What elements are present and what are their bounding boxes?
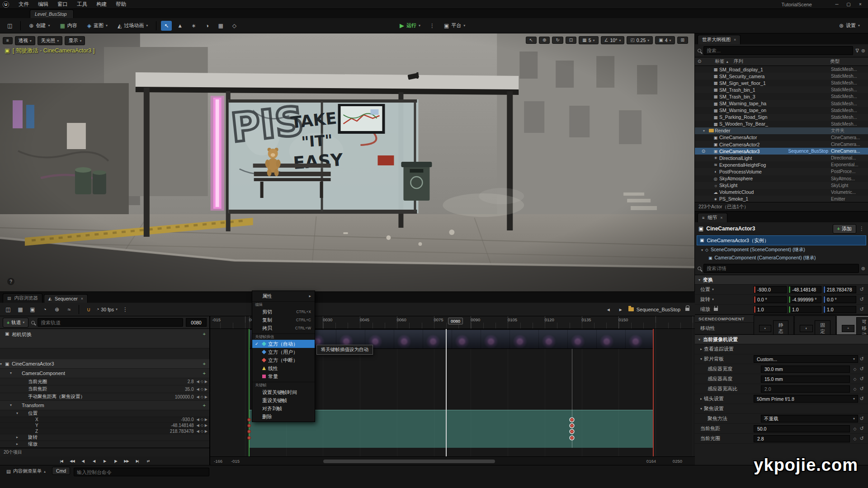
close-icon[interactable]: × [720,216,722,220]
timeline-scrollbar[interactable] [323,460,495,463]
reset-to-default-icon[interactable]: ↺ [858,286,865,292]
save-button[interactable]: ◫ [4,21,16,30]
keyframe-dot[interactable] [247,430,251,433]
outliner-row[interactable]: ▦ SM_Warning_tape_on StaticMesh... [695,107,868,114]
scale-tool-button[interactable]: ⊡ [566,37,576,44]
location-y-field[interactable]: -48.148148 [788,286,821,293]
content-button[interactable]: ▦内容 [56,20,80,31]
location-x-field[interactable]: -930.0 [754,286,787,293]
add-key-icon[interactable]: ◇ [201,429,203,433]
transport-button[interactable]: ▶ [100,457,110,465]
navigate-forward-icon[interactable]: ▸ [616,305,625,314]
outliner-row[interactable]: ▣ CineCameraActor2 CineCamera... [695,141,868,148]
tab-sequencer[interactable]: ◭Sequencer× [44,294,88,303]
sensor-width-field[interactable]: 30.0 mm [761,366,850,373]
reset-to-default-icon[interactable]: ↺ [858,356,865,362]
selected-keyframe-dot[interactable] [570,418,574,422]
context-item[interactable]: 拷贝 CTRL+W [252,324,315,332]
transport-button[interactable]: |◀ [57,457,66,465]
context-item[interactable]: 剪切 CTRL+X [252,308,315,316]
reset-to-default-icon[interactable]: ↺ [858,296,865,302]
play-options-kebab-icon[interactable]: ⋮ [427,21,438,31]
outliner-row[interactable]: ▦ SM_Road_display_1 StaticMesh... [695,66,868,73]
add-key-icon[interactable]: ◇ [201,380,203,384]
menu-item[interactable]: 构建 [92,0,111,9]
collapsed-caret-icon[interactable]: ▸ [700,397,702,401]
component-row-camera[interactable]: ▣ CameraComponent (CameraComponent) (继承) [695,254,868,262]
menu-item[interactable]: 编辑 [34,0,52,9]
unreal-logo-icon[interactable]: U [3,1,9,8]
sequence-breadcrumb[interactable]: Sequence_BusStop [628,307,680,312]
outliner-search-input[interactable] [703,46,853,55]
context-item[interactable]: 复制 CTRL+C [252,316,315,324]
rotation-z-field[interactable]: 0.0 ° [823,296,856,303]
content-drawer-button[interactable]: ▤内容侧滑菜单▴ [4,467,48,476]
platforms-button[interactable]: ▣平台▾ [440,20,469,31]
keyframe-icon[interactable]: ◇ [852,367,858,371]
prev-key-icon[interactable]: ◀ [197,395,199,399]
chevron-down-icon[interactable]: ▾ [712,287,714,291]
outliner-filter-icon[interactable]: ∇ [855,48,859,53]
sort-ascending-icon[interactable]: ▲ [726,60,729,63]
outliner-row[interactable]: ▦ SM_Trash_bin_1 StaticMesh... [695,86,868,93]
auto-key-icon[interactable]: ∪ [84,305,93,314]
context-item[interactable]: 设置关键帧时间 [252,388,315,396]
view-range-start[interactable]: -015 [231,459,240,464]
context-item[interactable]: 对齐到帧 [252,404,315,413]
section-transform[interactable]: ▾变换 [695,275,868,285]
viewport-show-button[interactable]: 显示▾ [65,36,85,45]
help-icon[interactable]: ? [7,278,14,285]
next-key-icon[interactable]: ▶ [205,387,208,391]
transport-button[interactable]: ◀ [89,457,99,465]
reset-to-default-icon[interactable]: ↺ [858,376,865,382]
scale-z-field[interactable]: 1.0 [823,306,856,313]
reset-to-default-icon[interactable]: ↺ [858,426,865,432]
menu-item[interactable]: 文件 [14,0,33,9]
selected-instance-row[interactable]: ▣ CineCameraActor3（实例） [697,235,866,245]
lock-icon[interactable] [685,308,689,311]
reset-to-default-icon[interactable]: ↺ [858,306,865,312]
track-value[interactable]: -48.148148 [171,423,197,428]
transport-button[interactable]: ⇄ [143,457,153,465]
track-value[interactable]: 100000.0 [175,394,197,399]
prev-key-icon[interactable]: ◀ [197,387,199,391]
keyframe-icon[interactable]: ◇ [852,377,858,381]
scale-snap-button[interactable]: ◰0.25▾ [627,36,653,44]
outliner-row[interactable]: ◐ PostProcessVolume PostProce... [695,168,868,175]
browse-sequence-icon[interactable]: ▦ [16,305,25,314]
menu-item[interactable]: 帮助 [112,0,130,9]
next-key-icon[interactable]: ▶ [205,418,208,422]
camera-speed-button[interactable]: ▣4▾ [655,36,675,44]
outliner-row[interactable]: ▦ SM_Sign_wet_floor_1 StaticMesh... [695,80,868,86]
track-search-input[interactable] [38,318,183,327]
expand-caret-icon[interactable] [16,411,21,415]
track-row[interactable]: Y -48.148148 ◀◇▶ + [0,422,209,428]
create-button[interactable]: ⊕创建▾ [25,20,53,31]
rotation-x-field[interactable]: 0.0 ° [754,296,787,303]
modeling-mode-button[interactable]: ▦ [215,21,226,31]
rotate-tool-button[interactable]: ↻ [552,37,563,44]
create-camera-icon[interactable]: ▣ [28,305,37,314]
next-key-icon[interactable]: ▶ [205,429,208,433]
viewport-view-mode-button[interactable]: 无光照▾ [38,36,63,45]
expand-caret-icon[interactable] [16,442,21,446]
outliner-row[interactable]: ▦ SM_Security_camera StaticMesh... [695,73,868,80]
outliner-row[interactable]: ▦ S_Parking_Road_Sign StaticMesh... [695,114,868,121]
keyframe-icon[interactable]: ◇ [852,427,858,431]
next-key-icon[interactable]: ▶ [205,395,208,399]
keyframe-dot[interactable] [247,436,251,440]
track-value[interactable]: 218.783478 [170,429,197,434]
reset-to-default-icon[interactable]: ↺ [858,416,865,422]
close-icon[interactable]: × [734,38,736,42]
select-mode-button[interactable]: ↖ [161,21,172,31]
expand-caret-icon[interactable] [16,435,21,439]
menu-item[interactable]: 工具 [73,0,91,9]
context-item[interactable]: 重设关键帧 [252,396,315,404]
context-item-properties[interactable]: 属性 ▸ [252,292,315,300]
brush-edit-mode-button[interactable]: ◇ [229,21,240,31]
level-viewport[interactable]: PIS TAKE "IT" EASY [0,33,695,291]
lens-preset-dropdown[interactable]: 50mm Prime f/1.8▾ [754,395,858,403]
outliner-settings-icon[interactable]: ⊛ [861,48,865,53]
console-command-input[interactable] [74,468,209,476]
sequencer-actions-icon[interactable]: ⊕ [52,305,61,314]
